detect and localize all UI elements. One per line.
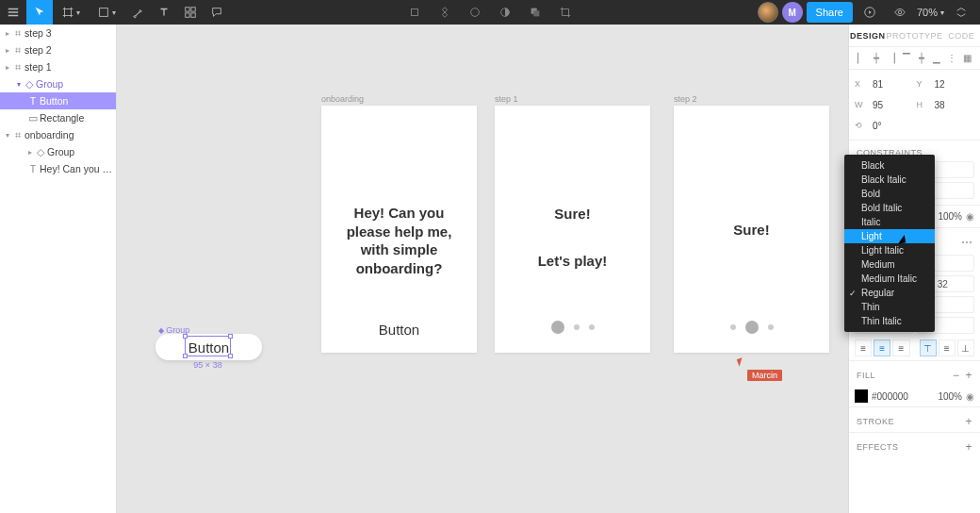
- dot-3: [589, 324, 595, 330]
- shape-tool[interactable]: ▾: [89, 0, 124, 25]
- font-weight-option[interactable]: Light: [844, 229, 935, 243]
- text-valign-top[interactable]: ⊤: [920, 339, 937, 356]
- tab-code[interactable]: CODE: [942, 25, 980, 46]
- layer-onboarding[interactable]: ▾⌗onboarding: [0, 126, 116, 143]
- dot-1: [551, 321, 564, 334]
- comment-tool[interactable]: [204, 0, 230, 25]
- fill-visibility[interactable]: ◉: [966, 391, 974, 402]
- crop-icon[interactable]: [401, 0, 428, 25]
- font-weight-option[interactable]: ✓Regular: [844, 286, 935, 300]
- opacity-value[interactable]: 100%: [930, 211, 962, 222]
- input-y[interactable]: [932, 75, 975, 92]
- text-more-icon[interactable]: ⋯: [961, 236, 973, 249]
- frame-title-onboarding[interactable]: onboarding: [321, 94, 364, 104]
- frame-tool[interactable]: ▾: [53, 0, 89, 25]
- input-x[interactable]: [870, 75, 913, 92]
- distribute-icon[interactable]: ⋮: [945, 52, 958, 65]
- input-h[interactable]: [932, 96, 975, 113]
- fill-opacity[interactable]: 100%: [930, 391, 962, 402]
- text-align-right[interactable]: ≡: [892, 339, 909, 356]
- dot-2b: [745, 321, 759, 334]
- svg-rect-0: [100, 8, 108, 17]
- layer-step1[interactable]: ▸⌗step 1: [0, 58, 116, 75]
- align-bottom-icon[interactable]: ▁: [930, 52, 943, 65]
- align-top-icon[interactable]: ▔: [900, 52, 913, 65]
- font-weight-option[interactable]: Black: [844, 158, 935, 173]
- layer-step3[interactable]: ▸⌗step 3: [0, 25, 116, 41]
- share-button[interactable]: Share: [807, 2, 853, 23]
- view-icon[interactable]: [887, 0, 913, 25]
- font-weight-option[interactable]: Medium Italic: [844, 272, 935, 286]
- effects-add-icon[interactable]: +: [965, 440, 972, 454]
- font-weight-option[interactable]: Bold Italic: [844, 201, 935, 215]
- layer-rectangle[interactable]: ▭Rectangle: [0, 109, 116, 126]
- input-w[interactable]: [870, 96, 913, 113]
- text-align-center[interactable]: ≡: [874, 339, 890, 356]
- input-rotation[interactable]: [870, 117, 913, 134]
- font-weight-option[interactable]: Light Italic: [844, 243, 935, 257]
- dot-3b: [768, 324, 774, 330]
- layer-group[interactable]: ▾◇Group: [0, 75, 116, 92]
- font-weight-option[interactable]: Black Italic: [844, 173, 935, 187]
- fill-add-icon[interactable]: +: [965, 369, 972, 382]
- stroke-add-icon[interactable]: +: [965, 415, 972, 428]
- align-hcenter-icon[interactable]: ┿: [870, 52, 883, 65]
- cursor-icon: [897, 233, 905, 245]
- frame-title-step2[interactable]: step 2: [674, 94, 697, 104]
- fill-remove-icon[interactable]: −: [953, 369, 960, 382]
- font-weight-option[interactable]: Thin Italic: [844, 314, 935, 328]
- move-tool[interactable]: [26, 0, 53, 25]
- align-left-icon[interactable]: ▏: [855, 52, 868, 65]
- crop-alt-icon[interactable]: [552, 0, 579, 25]
- boolean-icon[interactable]: [522, 0, 548, 25]
- avatar-user1[interactable]: [758, 2, 778, 23]
- font-weight-option[interactable]: Bold: [844, 187, 935, 201]
- text-tool[interactable]: [151, 0, 177, 25]
- align-vcenter-icon[interactable]: ┿: [915, 52, 928, 65]
- font-weight-option[interactable]: Medium: [844, 257, 935, 272]
- frame-step2[interactable]: Sure!: [674, 106, 829, 353]
- tab-prototype[interactable]: PROTOTYPE: [887, 25, 943, 46]
- frame-onboarding[interactable]: Hey! Can you please help me, with simple…: [321, 106, 477, 353]
- canvas[interactable]: onboarding Hey! Can you please help me, …: [117, 25, 848, 513]
- font-weight-option[interactable]: Italic: [844, 215, 935, 229]
- align-right-icon[interactable]: ▕: [885, 52, 898, 65]
- frame-step1[interactable]: Sure! Let's play!: [495, 106, 650, 353]
- svg-rect-2: [191, 8, 195, 11]
- step1-heading-b: Let's play!: [495, 252, 650, 271]
- layer-group2[interactable]: ▸◇Group: [0, 143, 116, 160]
- font-size-input[interactable]: 32: [933, 275, 974, 292]
- text-align-left[interactable]: ≡: [855, 339, 872, 356]
- onboarding-button-label: Button: [321, 322, 477, 338]
- pen-tool[interactable]: [124, 0, 151, 25]
- toolbar-right: M Share 70%▾: [758, 0, 980, 25]
- font-weight-dropdown[interactable]: BlackBlack ItalicBoldBold ItalicItalicLi…: [844, 155, 935, 332]
- font-weight-option[interactable]: Thin: [844, 300, 935, 314]
- contrast-icon[interactable]: [492, 0, 518, 25]
- layer-hey-text[interactable]: THey! Can you please h…: [0, 160, 116, 177]
- inspector-tabs: DESIGN PROTOTYPE CODE: [849, 25, 980, 47]
- mask-icon[interactable]: [462, 0, 488, 25]
- component-create-icon[interactable]: [432, 0, 458, 25]
- components-icon[interactable]: [177, 0, 204, 25]
- text-valign-bot[interactable]: ⊥: [957, 339, 974, 356]
- visibility-toggle[interactable]: ◉: [966, 211, 974, 222]
- onboarding-heading: Hey! Can you please help me, with simple…: [321, 204, 477, 277]
- zoom-select[interactable]: 70%▾: [917, 7, 944, 18]
- frame-title-step1[interactable]: step 1: [495, 94, 518, 104]
- menu-icon[interactable]: [0, 0, 26, 25]
- align-controls: ▏ ┿ ▕ ▔ ┿ ▁ ⋮ ▦: [849, 47, 980, 70]
- fill-swatch[interactable]: [855, 389, 868, 403]
- present-icon[interactable]: [857, 0, 883, 25]
- layer-button[interactable]: TButton: [0, 92, 116, 109]
- tidy-icon[interactable]: ▦: [960, 52, 973, 65]
- text-valign-mid[interactable]: ≡: [939, 339, 956, 356]
- svg-point-11: [898, 10, 902, 14]
- avatar-user2[interactable]: M: [782, 2, 803, 23]
- fill-hex[interactable]: #000000: [872, 391, 926, 402]
- expand-icon[interactable]: [948, 0, 974, 25]
- stroke-title: STROKE+: [849, 406, 980, 432]
- tab-design[interactable]: DESIGN: [849, 25, 887, 46]
- layers-panel: ▸⌗step 3 ▸⌗step 2 ▸⌗step 1 ▾◇Group TButt…: [0, 25, 117, 513]
- layer-step2[interactable]: ▸⌗step 2: [0, 41, 116, 58]
